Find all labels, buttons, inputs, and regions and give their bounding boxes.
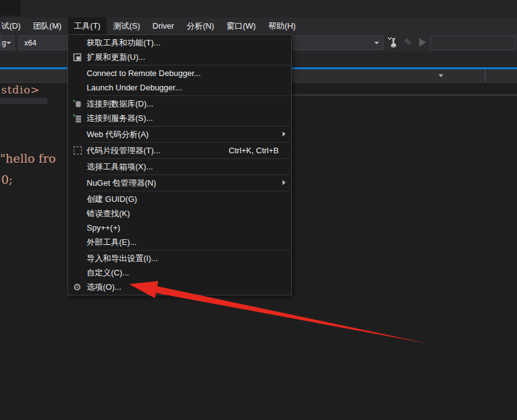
tools-menu: 获取工具和功能(T)...扩展和更新(U)...Connect to Remot… xyxy=(67,34,292,295)
menu-item-label: 扩展和更新(U)... xyxy=(87,52,291,63)
menu-item-label: 选择工具箱项(X)... xyxy=(87,161,291,173)
menu-item-label: Connect to Remote Debugger... xyxy=(87,69,291,78)
menu-item[interactable]: 连接到数据库(D)... xyxy=(68,97,291,111)
toolbar-search-box[interactable] xyxy=(430,36,516,50)
startup-target-combo[interactable] xyxy=(293,36,384,50)
menubar-item[interactable]: 窗口(W) xyxy=(220,17,262,34)
database-connect-icon xyxy=(68,99,87,109)
menu-item[interactable]: NuGet 包管理器(N) xyxy=(68,176,291,190)
extensions-icon xyxy=(68,52,87,62)
menu-item[interactable]: 获取工具和功能(T)... xyxy=(68,36,291,50)
menu-item[interactable]: Launch Under Debugger... xyxy=(68,80,291,95)
menubar-item[interactable]: Driver xyxy=(147,17,181,34)
menu-item[interactable]: 扩展和更新(U)... xyxy=(68,50,291,64)
submenu-arrow-icon xyxy=(283,131,286,136)
chevron-down-icon[interactable] xyxy=(438,74,443,77)
menu-item[interactable]: Connect to Remote Debugger... xyxy=(68,66,291,80)
menubar: 试(D)团队(M)工具(T)测试(S)Driver分析(N)窗口(W)帮助(H) xyxy=(0,17,517,34)
chevron-down-icon xyxy=(6,42,11,44)
menu-separator xyxy=(88,250,290,251)
platform-combo-value: x64 xyxy=(24,39,36,47)
menu-separator xyxy=(88,126,290,126)
test-flask-icon[interactable] xyxy=(387,36,399,49)
scrollbar-fragment xyxy=(0,98,47,104)
configuration-combo-value: g xyxy=(2,39,6,47)
menubar-item[interactable]: 工具(T) xyxy=(68,17,107,34)
menu-item-label: NuGet 包管理器(N) xyxy=(87,178,291,189)
server-connect-icon xyxy=(68,113,87,123)
menu-item[interactable]: 选择工具箱项(X)... xyxy=(68,160,291,174)
menu-item-label: 代码片段管理器(T)... xyxy=(87,145,229,156)
menubar-item[interactable]: 分析(N) xyxy=(180,17,220,34)
play-triangle xyxy=(419,38,426,47)
menu-item-label: 错误查找(K) xyxy=(87,208,291,219)
menu-item-label: Spy++(+) xyxy=(87,223,291,232)
menu-item-label: 自定义(C)... xyxy=(87,267,291,279)
menu-item[interactable]: ⚙选项(O)... xyxy=(68,280,291,294)
menu-item[interactable]: 导入和导出设置(I)... xyxy=(68,251,291,265)
menu-separator xyxy=(88,95,290,96)
pane-divider xyxy=(292,94,517,96)
menu-separator xyxy=(88,65,290,65)
menu-item[interactable]: 创建 GUID(G) xyxy=(68,192,291,206)
pencil-icon[interactable]: ✎ xyxy=(402,36,414,49)
menu-separator xyxy=(88,191,290,191)
gear-icon: ⚙ xyxy=(68,282,87,292)
menu-item-label: 选项(O)... xyxy=(87,282,291,293)
titlebar xyxy=(0,0,517,17)
menu-item[interactable]: 错误查找(K) xyxy=(68,206,291,221)
code-snippets-icon xyxy=(68,146,87,155)
chevron-down-icon xyxy=(374,42,379,44)
menu-item[interactable]: Spy++(+) xyxy=(68,221,291,235)
menubar-item[interactable]: 帮助(H) xyxy=(262,17,302,34)
menu-separator xyxy=(88,142,290,143)
platform-combo[interactable]: x64 xyxy=(19,36,67,50)
menu-item-label: 外部工具(E)... xyxy=(87,237,291,248)
window-icon-placeholder xyxy=(0,0,21,16)
menu-item-label: Launch Under Debugger... xyxy=(87,83,291,92)
code-line: stdio> xyxy=(1,84,40,96)
code-line: 0; xyxy=(1,173,13,186)
menu-item-label: Web 代码分析(A) xyxy=(87,129,291,140)
menubar-item[interactable]: 测试(S) xyxy=(107,17,146,34)
code-line: "hello fro xyxy=(0,151,56,165)
test-flask-glyph xyxy=(387,37,399,48)
menu-item[interactable]: 外部工具(E)... xyxy=(68,235,291,249)
menu-separator xyxy=(88,174,290,175)
menu-item-label: 创建 GUID(G) xyxy=(87,194,291,205)
menubar-item[interactable]: 试(D) xyxy=(0,17,27,34)
menubar-item[interactable]: 团队(M) xyxy=(27,17,68,34)
menu-item[interactable]: 自定义(C)... xyxy=(68,265,291,280)
navbar-divider xyxy=(485,69,486,82)
menu-item-label: 获取工具和功能(T)... xyxy=(87,37,291,49)
menu-item-label: 导入和导出设置(I)... xyxy=(87,253,291,264)
menu-item-label: 连接到数据库(D)... xyxy=(87,98,291,110)
run-icon[interactable] xyxy=(416,36,428,49)
menu-item-label: 连接到服务器(S)... xyxy=(87,113,291,124)
configuration-combo[interactable]: g xyxy=(0,36,14,50)
submenu-arrow-icon xyxy=(283,180,286,185)
menu-item-shortcut: Ctrl+K, Ctrl+B xyxy=(229,146,279,155)
menu-item[interactable]: Web 代码分析(A) xyxy=(68,127,291,141)
menu-separator xyxy=(88,158,290,159)
menu-item[interactable]: 代码片段管理器(T)...Ctrl+K, Ctrl+B xyxy=(68,143,291,158)
menu-item[interactable]: 连接到服务器(S)... xyxy=(68,111,291,125)
